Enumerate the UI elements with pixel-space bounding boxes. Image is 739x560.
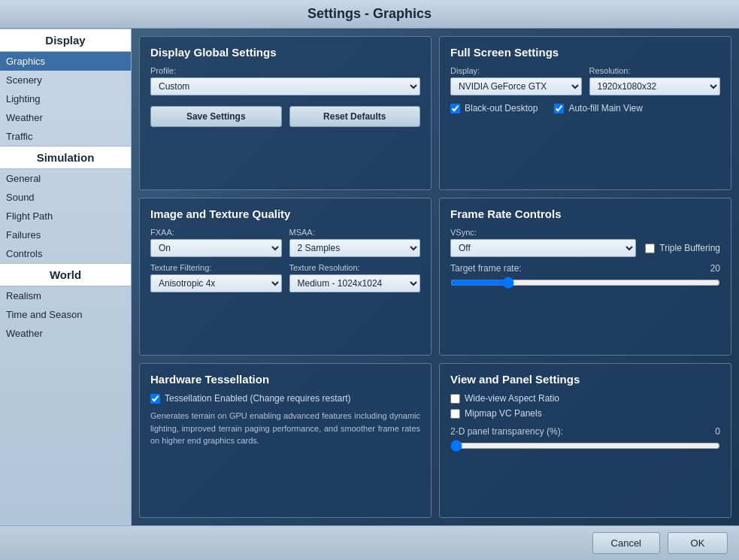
frame-rate-panel: Frame Rate Controls VSync: Off On Triple… (439, 198, 731, 356)
page-title: Settings - Graphics (0, 0, 739, 29)
display-global-panel: Display Global Settings Profile: Custom … (139, 36, 432, 190)
display-global-title: Display Global Settings (150, 46, 420, 59)
transparency-slider[interactable] (450, 440, 720, 452)
vsync-select[interactable]: Off On (450, 239, 636, 257)
cancel-button[interactable]: Cancel (592, 532, 660, 554)
sidebar-item-realism[interactable]: Realism (0, 286, 131, 305)
frame-rate-slider[interactable] (450, 277, 720, 289)
autofill-checkbox[interactable] (554, 104, 564, 114)
sidebar-item-sound[interactable]: Sound (0, 188, 131, 207)
display-label: Display: (450, 66, 582, 75)
reset-defaults-button[interactable]: Reset Defaults (289, 106, 421, 127)
mipmap-label: Mipmap VC Panels (465, 408, 542, 419)
autofill-label: Auto-fill Main View (568, 103, 642, 114)
resolution-label: Resolution: (589, 66, 721, 75)
tessellation-description: Generates terrain on GPU enabling advanc… (150, 410, 420, 447)
sidebar: Display Graphics Scenery Lighting Weathe… (0, 29, 132, 525)
texture-resolution-select[interactable]: Medium - 1024x1024 High - 2048x2048 Low … (289, 274, 421, 292)
profile-label: Profile: (150, 66, 420, 75)
sidebar-item-weather-display[interactable]: Weather (0, 108, 131, 127)
sidebar-section-world: World (0, 263, 131, 286)
hardware-tessellation-title: Hardware Tessellation (150, 373, 420, 386)
profile-select[interactable]: Custom (150, 77, 420, 95)
view-panel-settings: View and Panel Settings Wide-view Aspect… (439, 363, 731, 518)
sidebar-section-display: Display (0, 29, 131, 52)
hardware-tessellation-panel: Hardware Tessellation Tessellation Enabl… (139, 363, 432, 518)
sidebar-item-failures[interactable]: Failures (0, 226, 131, 244)
full-screen-panel: Full Screen Settings Display: NVIDIA GeF… (439, 36, 731, 190)
vsync-label: VSync: (450, 228, 720, 237)
blackout-label: Black-out Desktop (465, 103, 538, 114)
sidebar-item-general[interactable]: General (0, 169, 131, 188)
frame-rate-title: Frame Rate Controls (450, 207, 720, 220)
sidebar-item-graphics[interactable]: Graphics (0, 52, 131, 71)
sidebar-section-simulation: Simulation (0, 146, 131, 169)
target-frame-rate-value: 20 (710, 263, 720, 274)
transparency-label: 2-D panel transparency (%): (450, 426, 563, 437)
target-frame-rate-label: Target frame rate: (450, 263, 522, 274)
save-settings-button[interactable]: Save Settings (150, 106, 282, 127)
footer: Cancel OK (0, 525, 739, 560)
triple-buffering-checkbox[interactable] (645, 244, 655, 253)
sidebar-item-traffic[interactable]: Traffic (0, 127, 131, 146)
msaa-select[interactable]: 2 Samples 4 Samples Off (289, 239, 421, 257)
blackout-checkbox[interactable] (450, 104, 460, 114)
triple-buffering-label: Triple Buffering (659, 243, 720, 253)
sidebar-item-scenery[interactable]: Scenery (0, 71, 131, 89)
image-texture-title: Image and Texture Quality (150, 207, 420, 220)
ok-button[interactable]: OK (668, 532, 728, 554)
display-select[interactable]: NVIDIA GeForce GTX (450, 77, 582, 95)
mipmap-checkbox[interactable] (450, 409, 460, 419)
sidebar-item-controls[interactable]: Controls (0, 244, 131, 263)
content-area: Display Global Settings Profile: Custom … (132, 29, 739, 525)
texture-filtering-select[interactable]: Anisotropic 4x Bilinear Trilinear (150, 274, 282, 292)
wide-view-checkbox[interactable] (450, 394, 460, 404)
wide-view-label: Wide-view Aspect Ratio (465, 393, 559, 404)
texture-filtering-label: Texture Filtering: (150, 263, 282, 272)
full-screen-title: Full Screen Settings (450, 46, 720, 59)
texture-resolution-label: Texture Resolution: (289, 263, 421, 272)
tessellation-checkbox[interactable] (150, 394, 160, 404)
sidebar-item-lighting[interactable]: Lighting (0, 89, 131, 108)
sidebar-item-weather-world[interactable]: Weather (0, 324, 131, 343)
sidebar-item-flight-path[interactable]: Flight Path (0, 207, 131, 226)
fxaa-label: FXAA: (150, 228, 282, 237)
image-texture-panel: Image and Texture Quality FXAA: On Off M… (139, 198, 432, 356)
view-panel-title: View and Panel Settings (450, 373, 720, 386)
transparency-value: 0 (715, 426, 720, 437)
tessellation-label: Tessellation Enabled (Change requires re… (165, 393, 350, 404)
sidebar-item-time-and-season[interactable]: Time and Season (0, 305, 131, 324)
msaa-label: MSAA: (289, 228, 421, 237)
fxaa-select[interactable]: On Off (150, 239, 282, 257)
resolution-select[interactable]: 1920x1080x32 (589, 77, 721, 95)
